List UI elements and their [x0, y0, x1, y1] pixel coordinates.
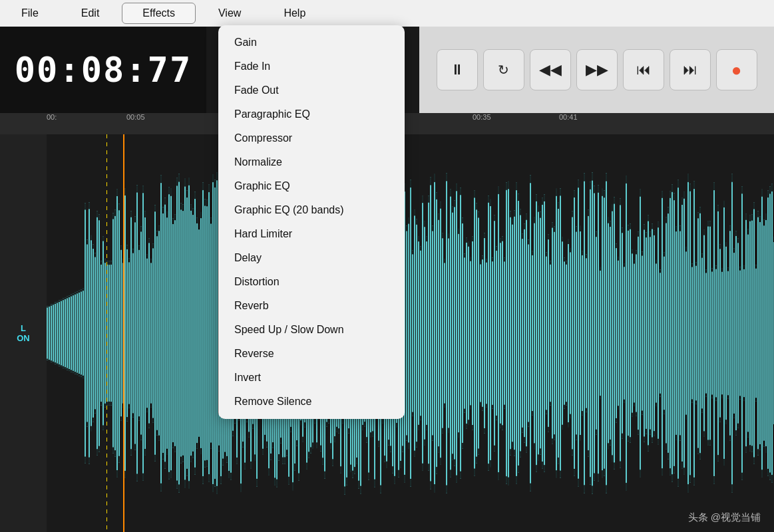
playhead-dashed-line [106, 134, 107, 532]
effect-paragraphic-eq[interactable]: Paragraphic EQ [218, 102, 405, 126]
watermark: 头条 @视觉当铺 [688, 511, 761, 524]
skip-start-icon: ⏮ [636, 61, 651, 78]
fast-forward-button[interactable]: ▶▶ [576, 49, 618, 90]
track-label: L ON [0, 134, 47, 532]
ruler-mark-0: 00: [47, 113, 57, 121]
pause-icon: ⏸ [450, 61, 465, 78]
effect-graphic-eq[interactable]: Graphic EQ [218, 174, 405, 198]
effect-delay[interactable]: Delay [218, 246, 405, 270]
skip-end-button[interactable]: ⏭ [670, 49, 711, 90]
ruler-mark-1: 00:05 [126, 113, 145, 121]
fast-forward-icon: ▶▶ [586, 61, 608, 78]
skip-start-button[interactable]: ⏮ [623, 49, 664, 90]
time-value: 00:08:77 [15, 50, 192, 90]
menu-effects[interactable]: Effects [122, 3, 196, 24]
effect-graphic-eq-20[interactable]: Graphic EQ (20 bands) [218, 198, 405, 222]
waveform-canvas [47, 134, 774, 532]
effect-normalize[interactable]: Normalize [218, 150, 405, 174]
effect-distortion[interactable]: Distortion [218, 270, 405, 294]
effect-invert[interactable]: Invert [218, 366, 405, 390]
effects-dropdown: Gain Fade In Fade Out Paragraphic EQ Com… [218, 25, 405, 419]
record-button[interactable]: ● [716, 49, 757, 90]
effect-hard-limiter[interactable]: Hard Limiter [218, 222, 405, 246]
effect-remove-silence[interactable]: Remove Silence [218, 390, 405, 414]
menu-file[interactable]: File [1, 3, 59, 23]
menu-view[interactable]: View [198, 3, 261, 23]
menu-help[interactable]: Help [264, 3, 325, 23]
time-display: 00:08:77 [0, 27, 206, 113]
loop-icon: ↻ [498, 62, 509, 78]
effect-speed-up-slow-down[interactable]: Speed Up / Slow Down [218, 318, 405, 342]
track-channel: L [21, 323, 26, 333]
skip-end-icon: ⏭ [683, 61, 697, 78]
rewind-icon: ◀◀ [539, 61, 562, 78]
loop-button[interactable]: ↻ [483, 49, 524, 90]
transport-bar: ⏸ ↻ ◀◀ ▶▶ ⏮ ⏭ ● [419, 27, 774, 113]
effect-reverb[interactable]: Reverb [218, 294, 405, 318]
effect-fade-out[interactable]: Fade Out [218, 78, 405, 102]
ruler-mark-5: 00:41 [559, 113, 578, 121]
effect-compressor[interactable]: Compressor [218, 126, 405, 150]
rewind-button[interactable]: ◀◀ [530, 49, 571, 90]
record-icon: ● [731, 60, 742, 80]
effect-fade-in[interactable]: Fade In [218, 55, 405, 78]
playhead-line [123, 134, 124, 532]
effect-gain[interactable]: Gain [218, 31, 405, 55]
menu-edit[interactable]: Edit [61, 3, 120, 23]
ruler-mark-4: 00:35 [473, 113, 491, 121]
effect-reverse[interactable]: Reverse [218, 342, 405, 366]
menubar: File Edit Effects View Help [0, 0, 774, 27]
track-status: ON [17, 333, 30, 343]
pause-button[interactable]: ⏸ [437, 49, 478, 90]
